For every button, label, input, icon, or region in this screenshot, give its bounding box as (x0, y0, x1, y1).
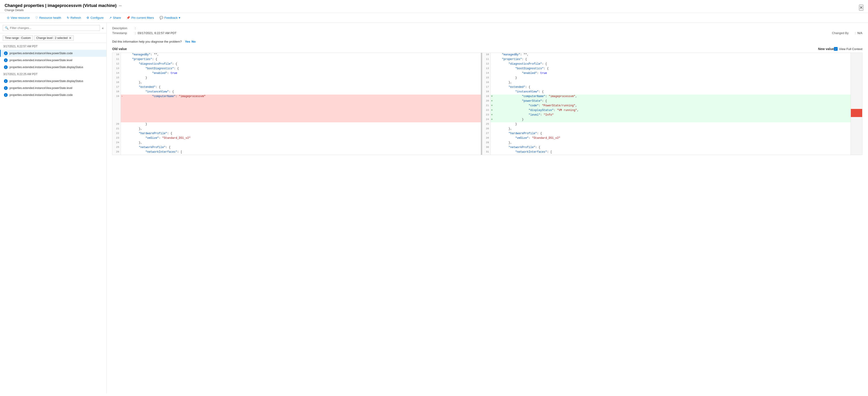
view-full-context-checkbox[interactable]: ✓ (834, 47, 838, 51)
configure-button[interactable]: ⚙ Configure (84, 15, 106, 21)
diff-line-content: "extended": { (494, 85, 850, 90)
diff-line-content (124, 99, 481, 104)
diff-line-content: "diagnosticsProfile": { (494, 62, 850, 67)
change-item[interactable]: iproperties.extended.instanceView.powerS… (0, 64, 106, 71)
diff-line-content: "bootDiagnostics": { (494, 67, 850, 71)
feedback-button[interactable]: 💬 Feedback ▾ (157, 15, 183, 21)
diff-line-content: } (494, 76, 850, 80)
info-icon: i (4, 52, 8, 55)
change-item-text: properties.extended.instanceView.powerSt… (9, 93, 73, 97)
diff-line-content: "networkInterfaces": [ (494, 150, 850, 155)
new-value-label: New value (818, 47, 834, 51)
info-icon: i (4, 58, 8, 62)
diff-line-content: "bootDiagnostics": { (124, 67, 481, 71)
change-item[interactable]: iproperties.extended.instanceView.powerS… (0, 92, 106, 98)
change-level-tag: Change level : 2 selected ✕ (34, 35, 74, 41)
diff-line-content: } (124, 76, 481, 80)
view-resource-icon: ⊙ (7, 16, 9, 20)
diff-line-content: "computerName": "imageprocessvm" (124, 95, 481, 99)
diff-line-content: "powerState": { (494, 99, 850, 104)
ellipsis-icon[interactable]: ··· (119, 4, 122, 8)
page-subtitle: Change Details (5, 8, 122, 12)
new-diff-pane: 10 "managedBy": "",11 "properties": {12 … (482, 53, 850, 155)
diff-line-content: "level": "Info" (494, 113, 850, 118)
feedback-yes-button[interactable]: Yes (185, 40, 190, 43)
close-button[interactable]: ✕ (859, 5, 863, 11)
info-icon: i (4, 79, 8, 83)
diff-line-content: } (124, 122, 481, 127)
diff-line-content: "networkProfile": { (124, 145, 481, 150)
diff-line-content: }, (124, 127, 481, 132)
view-full-context: ✓ View Full Context (834, 47, 862, 51)
old-diff-pane: 10 "managedBy": "",11 "properties": {12 … (113, 53, 481, 155)
diff-line-content: }, (494, 141, 850, 145)
view-resource-button[interactable]: ⊙ View resource (5, 15, 32, 21)
diff-line-content (124, 118, 481, 122)
collapse-panel-button[interactable]: « (102, 26, 104, 30)
diff-line-content: "enabled": true (494, 71, 850, 76)
feedback-no-button[interactable]: No (191, 40, 195, 43)
diff-line-content: "computerName": "imageprocessvm", (494, 95, 850, 99)
filter-input[interactable] (10, 26, 98, 30)
diff-header-row: Old value New value ✓ View Full Context (112, 47, 862, 51)
diff-line-content: "networkProfile": { (494, 145, 850, 150)
change-item-text: properties.extended.instanceView.powerSt… (9, 52, 73, 55)
diff-line-content: "instanceView": { (494, 90, 850, 95)
heart-icon: ♡ (35, 16, 38, 20)
changed-by-value: N/A (857, 31, 862, 35)
change-item[interactable]: iproperties.extended.instanceView.powerS… (0, 78, 106, 85)
diff-line-content: "properties": { (124, 58, 481, 62)
diff-line-content: "vmSize": "Standard_DS1_v2" (494, 136, 850, 141)
pin-icon: 📌 (126, 16, 130, 20)
left-panel: 🔍 « Time range : Custom Change level : 2… (0, 23, 106, 393)
chevron-down-icon: ▾ (179, 16, 180, 20)
diff-line-content: "networkInterfaces": [ (124, 150, 481, 155)
diff-container: 10 "managedBy": "",11 "properties": {12 … (112, 53, 862, 155)
change-item[interactable]: iproperties.extended.instanceView.powerS… (0, 50, 106, 57)
diff-line-content: "properties": { (494, 58, 850, 62)
diff-line-content (124, 108, 481, 113)
old-value-label: Old value (112, 47, 127, 51)
diff-line-content (124, 104, 481, 108)
feedback-bar: Did this information help you diagnose t… (106, 38, 868, 47)
description-row: Description : (112, 26, 862, 30)
diff-line-content: "enabled": true (124, 71, 481, 76)
feedback-icon: 💬 (159, 16, 163, 20)
diff-line-content: }, (494, 127, 850, 132)
diff-section: Old value New value ✓ View Full Context … (106, 47, 868, 159)
change-level-tag-close[interactable]: ✕ (69, 36, 72, 40)
change-item-text: properties.extended.instanceView.powerSt… (9, 87, 72, 90)
diff-line-content: "managedBy": "", (124, 53, 481, 58)
change-item-text: properties.extended.instanceView.powerSt… (9, 79, 83, 83)
search-icon: 🔍 (5, 26, 8, 30)
diff-line-content: }, (124, 141, 481, 145)
pin-current-filters-button[interactable]: 📌 Pin current filters (124, 15, 156, 21)
diff-line-content: "vmSize": "Standard_DS1_v2" (124, 136, 481, 141)
change-item-text: properties.extended.instanceView.powerSt… (9, 66, 83, 69)
change-group-header-1: 3/17/2021, 6:22:25 AM PDT (0, 71, 106, 78)
diff-line-content (124, 113, 481, 118)
diff-line-content: "managedBy": "", (494, 53, 850, 58)
timestamp-label: Timestamp (112, 31, 133, 35)
change-item[interactable]: iproperties.extended.instanceView.powerS… (0, 85, 106, 92)
refresh-button[interactable]: ↻ Refresh (64, 15, 84, 21)
timestamp-row: Timestamp : 03/17/2021, 6:22:57 AM PDT C… (112, 31, 862, 35)
info-icon: i (4, 93, 8, 97)
change-list: 3/17/2021, 6:22:57 AM PDTiproperties.ext… (0, 43, 106, 393)
filter-tags: Time range : Custom Change level : 2 sel… (0, 33, 106, 43)
detail-meta: Description : Timestamp : 03/17/2021, 6:… (106, 23, 868, 38)
right-panel: Description : Timestamp : 03/17/2021, 6:… (106, 23, 868, 393)
info-icon: i (4, 65, 8, 69)
share-button[interactable]: ↗ Share (107, 15, 123, 21)
diff-line-content: "displayStatus": "VM running", (494, 108, 850, 113)
diff-line-content: "diagnosticsProfile": { (124, 62, 481, 67)
time-range-tag: Time range : Custom (3, 35, 33, 41)
resource-health-button[interactable]: ♡ Resource health (33, 15, 64, 21)
diff-line-content: "instanceView": { (124, 90, 481, 95)
page-title: Changed properties | imageprocessvm (Vir… (5, 3, 122, 8)
diff-line-content: }, (494, 80, 850, 85)
change-item[interactable]: iproperties.extended.instanceView.powerS… (0, 57, 106, 64)
change-group-header-0: 3/17/2021, 6:22:57 AM PDT (0, 43, 106, 50)
mini-map[interactable] (850, 53, 862, 155)
configure-icon: ⚙ (87, 16, 89, 20)
